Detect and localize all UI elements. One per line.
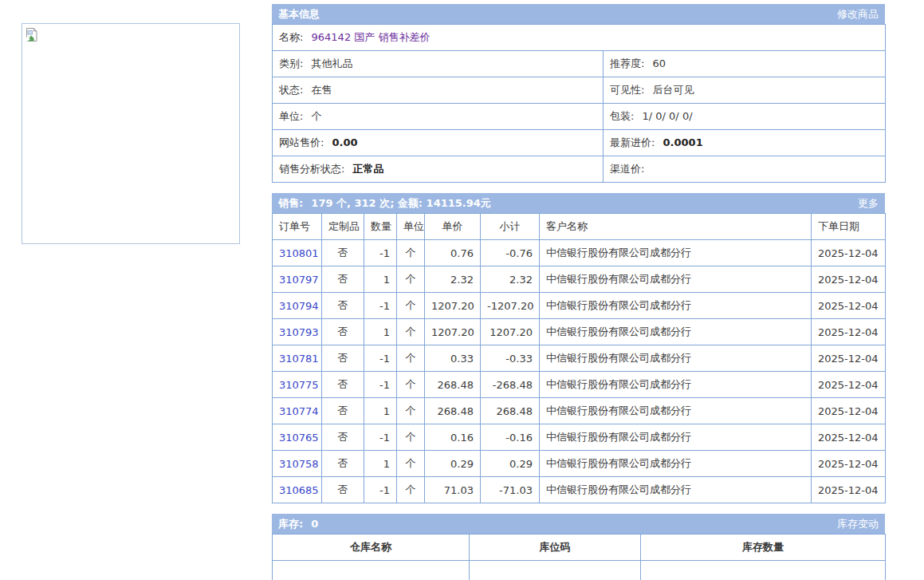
subtotal-cell: 268.48 (481, 398, 540, 424)
table-row: 310797 否 1 个 2.32 2.32 中信银行股份有限公司成都分行 20… (273, 266, 886, 293)
table-row: 类别: 其他礼品 推荐度: 60 (273, 51, 886, 77)
custom-cell: 否 (322, 398, 364, 424)
price-cell: 1207.20 (425, 319, 481, 345)
table-row: 单位: 个 包装: 1/ 0/ 0/ 0/ (273, 104, 886, 130)
col-location-code: 库位码 (470, 535, 641, 561)
table-row: 名称: 964142 国产 销售补差价 (273, 25, 886, 51)
custom-cell: 否 (322, 266, 364, 293)
category-value: 其他礼品 (312, 57, 353, 69)
order-no-cell: 310758 (273, 451, 322, 477)
recommend-label: 推荐度: (610, 57, 644, 69)
customer-cell: 中信银行股份有限公司成都分行 (540, 424, 812, 451)
custom-cell: 否 (322, 451, 364, 477)
col-custom: 定制品 (322, 214, 364, 240)
analysis-status-label: 销售分析状态: (279, 163, 344, 175)
col-warehouse-name: 仓库名称 (273, 535, 470, 561)
qty-cell: -1 (364, 372, 397, 398)
customer-cell: 中信银行股份有限公司成都分行 (540, 240, 812, 266)
status-value: 在售 (312, 84, 332, 96)
inventory-title: 库存: (278, 518, 303, 530)
order-link[interactable]: 310781 (279, 353, 319, 365)
order-link[interactable]: 310774 (279, 405, 319, 417)
basic-info-title: 基本信息 (278, 4, 320, 24)
customer-cell: 中信银行股份有限公司成都分行 (540, 319, 812, 345)
price-cell: 0.76 (425, 240, 481, 266)
col-qty: 数量 (364, 214, 397, 240)
visibility-value: 后台可见 (653, 84, 694, 96)
unit-cell: 个 (397, 424, 425, 451)
order-link[interactable]: 310685 (279, 484, 319, 496)
sales-header-row: 订单号 定制品 数量 单位 单价 小计 客户名称 下单日期 (273, 214, 886, 240)
warehouse-name-cell (273, 561, 470, 580)
table-row: 网站售价: 0.00 最新进价: 0.0001 (273, 130, 886, 156)
price-cell: 268.48 (425, 372, 481, 398)
date-cell: 2025-12-04 (812, 240, 886, 266)
qty-cell: -1 (364, 293, 397, 319)
purchase-price-cell: 最新进价: 0.0001 (604, 130, 886, 156)
visibility-cell: 可见性: 后台可见 (604, 77, 886, 104)
price-cell: 0.29 (425, 451, 481, 477)
basic-info-panel: 基本信息 修改商品 名称: 964142 国产 销售补差价 类别: 其他礼品 推… (272, 4, 885, 183)
price-cell: 2.32 (425, 266, 481, 293)
date-cell: 2025-12-04 (812, 451, 886, 477)
inventory-count: 0 (311, 518, 318, 530)
order-link[interactable]: 310793 (279, 326, 319, 338)
category-cell: 类别: 其他礼品 (273, 51, 604, 77)
order-link[interactable]: 310775 (279, 379, 319, 391)
analysis-status-cell: 销售分析状态: 正常品 (273, 156, 604, 183)
unit-cell: 个 (397, 345, 425, 372)
qty-cell: 1 (364, 319, 397, 345)
analysis-status-value: 正常品 (353, 163, 384, 175)
unit-cell: 个 (397, 477, 425, 503)
unit-value: 个 (312, 110, 322, 122)
date-cell: 2025-12-04 (812, 424, 886, 451)
subtotal-cell: -0.16 (481, 424, 540, 451)
detail-panels: 基本信息 修改商品 名称: 964142 国产 销售补差价 类别: 其他礼品 推… (272, 4, 885, 580)
purchase-price-value: 0.0001 (663, 136, 703, 148)
qty-cell: 1 (364, 451, 397, 477)
custom-cell: 否 (322, 293, 364, 319)
table-row: 状态: 在售 可见性: 后台可见 (273, 77, 886, 104)
order-link[interactable]: 310765 (279, 432, 319, 444)
status-cell: 状态: 在售 (273, 77, 604, 104)
order-link[interactable]: 310758 (279, 458, 319, 470)
site-price-label: 网站售价: (279, 136, 324, 148)
price-cell: 0.16 (425, 424, 481, 451)
inventory-header: 库存: 0 库存变动 (272, 514, 885, 534)
price-cell: 0.33 (425, 345, 481, 372)
edit-product-link[interactable]: 修改商品 (837, 4, 879, 24)
sales-header: 销售: 179 个, 312 次; 金额: 14115.94元 更多 (272, 193, 885, 213)
unit-cell: 个 (397, 319, 425, 345)
order-link[interactable]: 310797 (279, 274, 319, 286)
order-no-cell: 310793 (273, 319, 322, 345)
stock-qty-cell (641, 561, 886, 580)
date-cell: 2025-12-04 (812, 345, 886, 372)
sales-more-link[interactable]: 更多 (858, 193, 879, 213)
date-cell: 2025-12-04 (812, 319, 886, 345)
order-link[interactable]: 310801 (279, 247, 319, 259)
col-unit: 单位 (397, 214, 425, 240)
package-value: 1/ 0/ 0/ 0/ (643, 110, 693, 122)
custom-cell: 否 (322, 345, 364, 372)
qty-cell: 1 (364, 398, 397, 424)
subtotal-cell: -0.33 (481, 345, 540, 372)
subtotal-cell: 2.32 (481, 266, 540, 293)
date-cell: 2025-12-04 (812, 266, 886, 293)
inventory-panel: 库存: 0 库存变动 仓库名称 库位码 库存数量 (272, 514, 885, 580)
qty-cell: -1 (364, 345, 397, 372)
table-row: 310794 否 -1 个 1207.20 -1207.20 中信银行股份有限公… (273, 293, 886, 319)
product-name-link[interactable]: 964142 国产 销售补差价 (312, 31, 431, 43)
purchase-price-label: 最新进价: (610, 136, 655, 148)
location-code-cell (470, 561, 641, 580)
col-price: 单价 (425, 214, 481, 240)
subtotal-cell: -0.76 (481, 240, 540, 266)
site-price-cell: 网站售价: 0.00 (273, 130, 604, 156)
date-cell: 2025-12-04 (812, 398, 886, 424)
sales-summary: 销售: 179 个, 312 次; 金额: 14115.94元 (278, 193, 491, 213)
order-no-cell: 310765 (273, 424, 322, 451)
order-link[interactable]: 310794 (279, 300, 319, 312)
inventory-change-link[interactable]: 库存变动 (837, 514, 879, 534)
table-row: 310758 否 1 个 0.29 0.29 中信银行股份有限公司成都分行 20… (273, 451, 886, 477)
order-no-cell: 310781 (273, 345, 322, 372)
price-cell: 268.48 (425, 398, 481, 424)
